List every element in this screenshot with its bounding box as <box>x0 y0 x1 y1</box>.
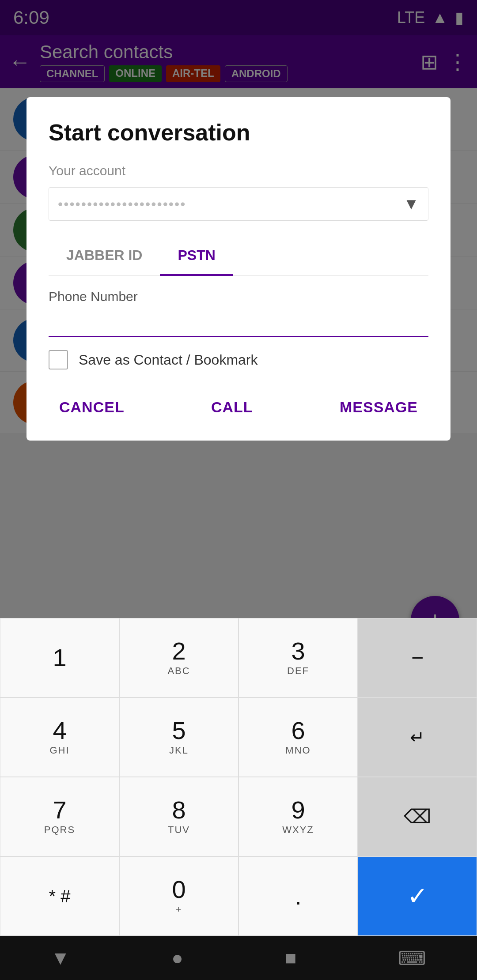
key-star-hash-main: * # <box>49 887 71 905</box>
field-label: Phone Number <box>49 289 428 304</box>
key-star-hash[interactable]: * # <box>0 856 119 936</box>
dialog-actions: CANCEL CALL MESSAGE <box>49 387 428 423</box>
key-0-main: 0 <box>172 877 186 902</box>
key-6-main: 6 <box>291 718 305 743</box>
dialog: Start conversation Your account ••••••••… <box>26 97 450 441</box>
key-2-main: 2 <box>172 639 186 663</box>
key-9-main: 9 <box>291 798 305 822</box>
numpad-row-2: 4 GHI 5 JKL 6 MNO ↵ <box>0 697 477 777</box>
key-0-sub: + <box>176 904 182 915</box>
key-5-sub: JKL <box>169 745 189 756</box>
key-8-main: 8 <box>172 798 186 822</box>
key-9[interactable]: 9 WXYZ <box>238 777 358 856</box>
key-confirm-main: ✓ <box>407 884 428 908</box>
numpad-row-3: 7 PQRS 8 TUV 9 WXYZ ⌫ <box>0 777 477 856</box>
key-backspace[interactable]: ⌫ <box>358 777 477 856</box>
checkbox-row: Save as Contact / Bookmark <box>49 350 428 369</box>
account-value: •••••••••••••••••••••• <box>58 196 403 212</box>
numpad: 1 2 ABC 3 DEF − 4 GHI 5 JKL 6 MNO ↵ <box>0 618 477 936</box>
save-checkbox[interactable] <box>49 350 68 369</box>
key-minus-main: − <box>411 647 424 668</box>
key-4-main: 4 <box>53 718 66 743</box>
key-1-main: 1 <box>53 645 66 670</box>
account-select[interactable]: •••••••••••••••••••••• ▼ <box>49 187 428 221</box>
key-minus[interactable]: − <box>358 618 477 697</box>
dropdown-arrow-icon: ▼ <box>403 195 419 213</box>
key-3-main: 3 <box>291 639 305 663</box>
key-5-main: 5 <box>172 718 186 743</box>
key-5[interactable]: 5 JKL <box>119 697 238 777</box>
call-button[interactable]: CALL <box>201 392 264 423</box>
key-6[interactable]: 6 MNO <box>238 697 358 777</box>
message-button[interactable]: MESSAGE <box>329 392 428 423</box>
key-7[interactable]: 7 PQRS <box>0 777 119 856</box>
key-3-sub: DEF <box>287 665 309 677</box>
key-6-sub: MNO <box>285 745 310 756</box>
key-0[interactable]: 0 + <box>119 856 238 936</box>
numpad-row-1: 1 2 ABC 3 DEF − <box>0 618 477 697</box>
key-confirm[interactable]: ✓ <box>358 856 477 936</box>
key-7-sub: PQRS <box>44 824 75 836</box>
key-backspace-main: ⌫ <box>404 807 431 826</box>
key-8-sub: TUV <box>168 824 190 836</box>
tab-pstn[interactable]: PSTN <box>160 237 233 276</box>
key-dot[interactable]: . <box>238 856 358 936</box>
key-enter[interactable]: ↵ <box>358 697 477 777</box>
key-3[interactable]: 3 DEF <box>238 618 358 697</box>
account-label: Your account <box>49 163 428 178</box>
tab-bar: JABBER ID PSTN <box>49 237 428 276</box>
key-4-sub: GHI <box>49 745 69 756</box>
key-7-main: 7 <box>53 798 66 822</box>
cancel-button[interactable]: CANCEL <box>49 392 135 423</box>
key-dot-main: . <box>295 884 302 908</box>
key-9-sub: WXYZ <box>282 824 314 836</box>
numpad-row-4: * # 0 + . ✓ <box>0 856 477 936</box>
checkbox-label: Save as Contact / Bookmark <box>79 352 258 368</box>
phone-input[interactable] <box>49 309 428 337</box>
key-2[interactable]: 2 ABC <box>119 618 238 697</box>
dialog-title: Start conversation <box>49 119 428 146</box>
key-1[interactable]: 1 <box>0 618 119 697</box>
tab-jabber[interactable]: JABBER ID <box>49 237 160 276</box>
key-4[interactable]: 4 GHI <box>0 697 119 777</box>
key-8[interactable]: 8 TUV <box>119 777 238 856</box>
key-2-sub: ABC <box>167 665 190 677</box>
key-enter-main: ↵ <box>410 728 425 746</box>
